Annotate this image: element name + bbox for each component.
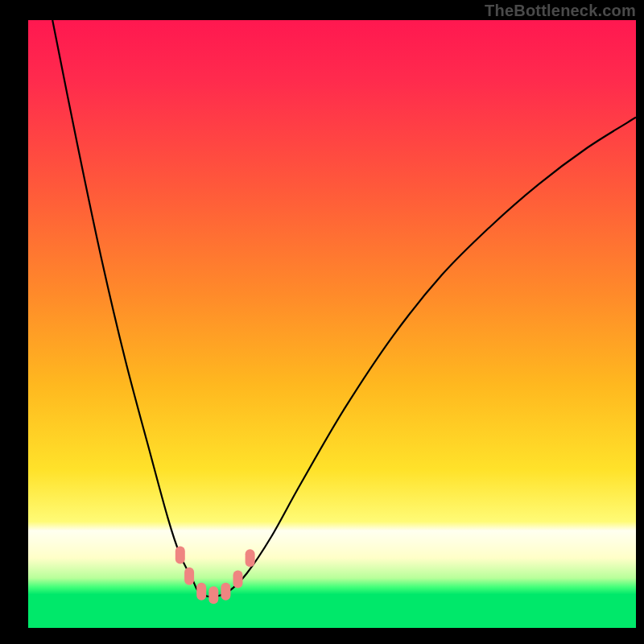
watermark: TheBottleneck.com	[485, 2, 636, 20]
plot-area	[28, 20, 636, 628]
chart-frame: TheBottleneck.com	[0, 0, 644, 644]
heat-gradient	[28, 20, 636, 628]
